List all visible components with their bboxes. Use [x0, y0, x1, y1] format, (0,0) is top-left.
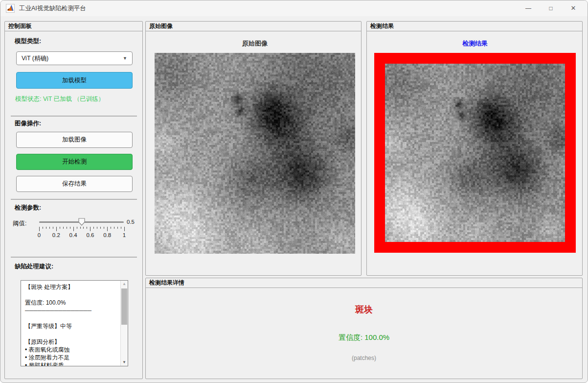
tick-label: 0.4 [69, 232, 77, 238]
threshold-value: 0.5 [127, 219, 135, 225]
model-type-value: ViT (精确) [22, 55, 48, 62]
suggestion-label: 缺陷处理建议: [15, 263, 53, 271]
result-image-canvas [385, 64, 565, 242]
save-result-button[interactable]: 保存结果 [16, 176, 133, 192]
close-button[interactable]: ✕ [562, 0, 585, 16]
start-detect-button[interactable]: 开始检测 [16, 154, 133, 170]
control-panel: 控制面板 模型类型: ViT (精确) ▼ 加载模型 模型状态: ViT 已加载… [4, 21, 143, 379]
control-panel-title: 控制面板 [5, 22, 142, 31]
defect-name: 斑块 [146, 304, 582, 315]
app-window: 工业AI视觉缺陷检测平台 — □ ✕ 控制面板 模型类型: ViT (精确) ▼… [0, 0, 588, 383]
result-axes-title: 检测结果 [374, 39, 576, 48]
divider [11, 257, 137, 258]
suggestion-text: 【斑块 处理方案】 置信度: 100.0% ──────────────── 【… [21, 281, 120, 366]
model-tag: (patches) [146, 355, 582, 361]
minimize-button[interactable]: — [517, 0, 540, 16]
model-type-label: 模型类型: [15, 37, 41, 46]
divider [11, 199, 137, 200]
detection-bounding-box [374, 53, 576, 253]
threshold-slider[interactable] [39, 217, 124, 226]
detect-params-label: 检测参数: [15, 204, 41, 212]
threshold-label: 阈值: [13, 219, 26, 228]
scrollbar[interactable]: ▲ ▼ [120, 281, 128, 366]
load-image-button[interactable]: 加载图像 [16, 132, 133, 148]
tick-label: 0.8 [103, 232, 111, 238]
titlebar: 工业AI视觉缺陷检测平台 — □ ✕ [0, 0, 588, 16]
result-image-panel: 检测结果 检测结果 [366, 21, 583, 276]
details-panel-title: 检测结果详情 [146, 278, 582, 288]
window-title: 工业AI视觉缺陷检测平台 [19, 0, 86, 16]
details-panel: 检测结果详情 斑块 置信度: 100.0% (patches) [145, 278, 583, 379]
divider [11, 116, 137, 117]
confidence-text: 置信度: 100.0% [146, 333, 582, 342]
tick-label: 0.2 [52, 232, 60, 238]
image-ops-label: 图像操作: [15, 120, 41, 128]
original-image-panel: 原始图像 原始图像 [145, 21, 362, 276]
matlab-icon [6, 4, 15, 13]
scroll-down-icon[interactable]: ▼ [121, 359, 128, 366]
result-panel-title: 检测结果 [367, 22, 582, 31]
maximize-button[interactable]: □ [540, 0, 562, 16]
suggestion-textarea[interactable]: 【斑块 处理方案】 置信度: 100.0% ──────────────── 【… [21, 280, 128, 366]
window-controls: — □ ✕ [517, 0, 585, 16]
original-image-canvas [155, 53, 355, 254]
slider-thumb[interactable] [78, 218, 85, 226]
tick-label: 1 [123, 232, 126, 238]
load-model-button[interactable]: 加载模型 [16, 72, 133, 89]
scroll-up-icon[interactable]: ▲ [121, 281, 128, 287]
model-status: 模型状态: ViT 已加载 （已训练） [15, 95, 104, 103]
original-panel-title: 原始图像 [146, 22, 361, 31]
slider-ticks [39, 227, 124, 232]
tick-label: 0.6 [86, 232, 94, 238]
original-axes-title: 原始图像 [155, 39, 355, 48]
slider-tick-labels: 0 0.2 0.4 0.6 0.8 1 [39, 232, 124, 239]
model-type-dropdown[interactable]: ViT (精确) ▼ [16, 51, 133, 65]
tick-label: 0 [38, 232, 41, 238]
chevron-down-icon: ▼ [123, 52, 127, 65]
scrollbar-thumb[interactable] [121, 288, 127, 325]
